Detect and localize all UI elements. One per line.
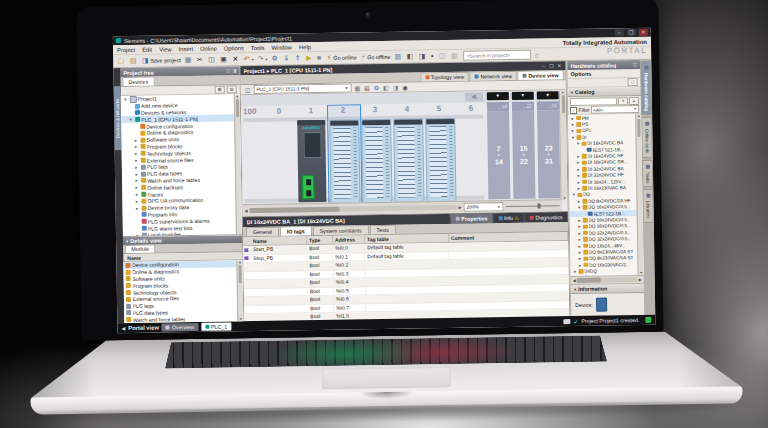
cell-tag-table[interactable]: [365, 264, 449, 265]
slot-number[interactable]: 4: [391, 104, 423, 114]
menu-item[interactable]: Insert: [179, 45, 194, 51]
io-module-slot2[interactable]: [329, 119, 360, 203]
view-tab[interactable]: Topology view: [420, 72, 469, 82]
expand-arrow-icon[interactable]: [577, 205, 582, 210]
scroll-left-icon[interactable]: ◀: [245, 208, 248, 213]
cell-comment[interactable]: [450, 304, 569, 306]
undo-icon[interactable]: ↶: [242, 54, 255, 64]
scroll-up-icon[interactable]: ▲: [236, 94, 240, 98]
scroll-thumb[interactable]: [236, 99, 239, 117]
column-header[interactable]: Tag table: [365, 234, 449, 243]
expand-arrow-icon[interactable]: [134, 192, 139, 197]
cell-name[interactable]: [252, 291, 308, 292]
go-offline-button[interactable]: ⚡Go offline: [359, 52, 392, 63]
canvas-horizontal-scrollbar[interactable]: [250, 205, 457, 213]
cell-tag-table[interactable]: [366, 306, 450, 307]
cell-type[interactable]: Bool: [307, 262, 333, 270]
expand-arrow-icon[interactable]: [134, 185, 139, 190]
column-header[interactable]: Address: [333, 235, 365, 244]
cell-type[interactable]: Bool: [308, 304, 334, 312]
column-header[interactable]: Name: [251, 236, 307, 245]
expand-arrow-icon[interactable]: [135, 205, 140, 210]
paste-icon[interactable]: ▣: [219, 54, 230, 64]
expand-arrow-icon[interactable]: [576, 167, 581, 172]
close-button[interactable]: [639, 29, 648, 36]
upload-from-device-icon[interactable]: ⇑: [293, 53, 304, 63]
pin-panel-icon[interactable]: ◫: [226, 68, 230, 73]
expand-arrow-icon[interactable]: [134, 151, 139, 156]
expand-arrow-icon[interactable]: [577, 243, 582, 248]
cell-address[interactable]: %I0.5: [334, 287, 366, 295]
page-preview-icon[interactable]: ◧: [382, 83, 390, 91]
scroll-right-icon[interactable]: ▶: [458, 205, 461, 210]
expand-arrow-icon[interactable]: [577, 237, 582, 242]
cell-comment[interactable]: [450, 313, 569, 315]
tree-view-options-icon[interactable]: ▦: [215, 85, 225, 93]
compile-icon[interactable]: ⚙: [270, 54, 281, 64]
taskbar-tab-plc1[interactable]: PLC_1: [201, 322, 231, 330]
io-module-slot3[interactable]: [361, 119, 392, 203]
zoom-slider[interactable]: [506, 202, 560, 210]
scroll-right-icon[interactable]: ▶: [639, 277, 642, 282]
minimize-button[interactable]: [615, 29, 624, 36]
menu-item[interactable]: Tools: [251, 44, 265, 50]
scroll-thumb[interactable]: [637, 119, 640, 137]
cell-name[interactable]: [252, 283, 308, 284]
menu-item[interactable]: Help: [299, 44, 311, 50]
expand-arrow-icon[interactable]: [577, 224, 582, 229]
cell-tag-table[interactable]: [366, 315, 450, 316]
cell-name[interactable]: [252, 308, 308, 309]
cell-comment[interactable]: [449, 253, 568, 255]
expand-arrow-icon[interactable]: [577, 218, 582, 223]
side-tab[interactable]: Libraries: [642, 189, 654, 223]
network-device-icon[interactable]: ◫: [244, 86, 252, 94]
cell-address[interactable]: %I0.0: [333, 244, 365, 252]
delete-icon[interactable]: ✕: [231, 54, 242, 64]
slot-number[interactable]: 5: [423, 104, 455, 114]
inspector-tab[interactable]: Info: [492, 213, 523, 223]
stop-cpu-icon[interactable]: ■: [315, 53, 324, 63]
copy-icon[interactable]: ◫: [207, 55, 218, 65]
expand-arrow-icon[interactable]: [576, 186, 581, 191]
side-tab[interactable]: Tasks: [642, 159, 653, 187]
cell-tag-table[interactable]: [366, 298, 450, 299]
cell-address[interactable]: %I0.3: [334, 270, 366, 278]
cell-type[interactable]: Bool: [307, 253, 333, 261]
expand-arrow-icon[interactable]: [576, 179, 581, 184]
cell-comment[interactable]: [449, 262, 568, 264]
expand-arrow-icon[interactable]: [134, 199, 139, 204]
taskbar-tab-overview[interactable]: Overview: [162, 323, 198, 332]
expand-arrow-icon[interactable]: [570, 135, 575, 140]
cpu-module[interactable]: SIEMENS: [297, 120, 326, 202]
cell-tag-table[interactable]: Default tag table: [365, 251, 449, 260]
search-up-icon[interactable]: ▴: [629, 96, 639, 104]
scroll-slots-left-button[interactable]: ◀: [465, 92, 483, 101]
tab-devices[interactable]: Devices: [122, 77, 154, 86]
new-project-icon[interactable]: ▢: [116, 56, 127, 66]
print-preview-icon[interactable]: ◨: [392, 83, 400, 91]
expand-arrow-icon[interactable]: [571, 192, 576, 197]
search-down-icon[interactable]: ▾: [618, 97, 628, 105]
slot-number[interactable]: 3: [359, 105, 391, 115]
cell-address[interactable]: %I0.7: [334, 304, 366, 312]
cell-name[interactable]: [252, 317, 308, 318]
expand-arrow-icon[interactable]: [123, 97, 128, 102]
side-tab[interactable]: Hardware catalog: [640, 61, 652, 115]
scroll-thumb[interactable]: [238, 265, 241, 283]
slot-number[interactable]: 0: [263, 106, 295, 116]
collapsed-slot-group[interactable]: ...31 23 31: [537, 91, 561, 198]
collapse-panel-icon[interactable]: ◨: [232, 68, 236, 73]
cell-address[interactable]: %I0.1: [333, 253, 365, 261]
cell-comment[interactable]: [450, 270, 569, 272]
expand-arrow-icon[interactable]: [573, 269, 578, 274]
filter-checkbox[interactable]: [570, 106, 577, 113]
cell-tag-table[interactable]: Default tag table: [365, 243, 449, 252]
expand-arrow-icon[interactable]: [576, 199, 581, 204]
cell-comment[interactable]: [449, 245, 568, 247]
scroll-up-icon[interactable]: ▲: [637, 114, 641, 118]
expand-arrow-icon[interactable]: [576, 154, 581, 159]
online-diagnostics-icon[interactable]: ▥: [393, 52, 404, 62]
profile-dropdown[interactable]: <All>▼: [591, 105, 639, 114]
expand-slot-group-button[interactable]: [487, 92, 509, 100]
inspector-tab[interactable]: Diagnostics: [524, 212, 568, 223]
